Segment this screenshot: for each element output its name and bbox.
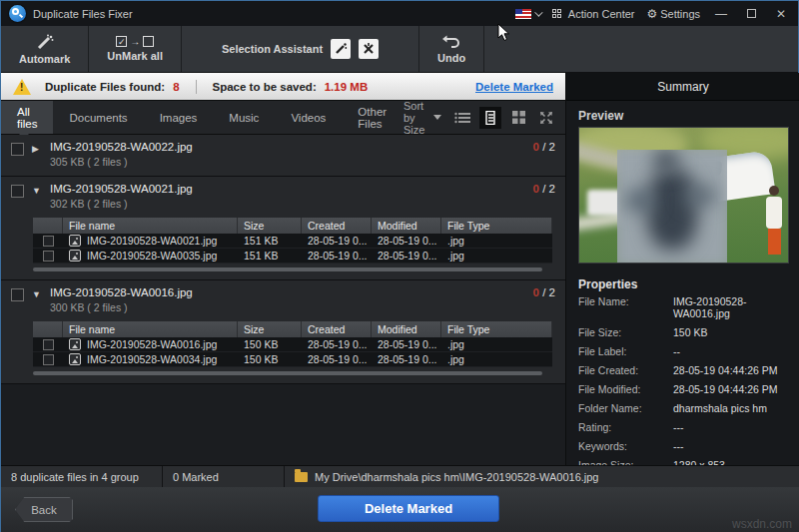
file-checkbox[interactable] — [43, 236, 54, 247]
app-logo-magnifier-icon — [9, 5, 26, 22]
wand-icon — [334, 42, 348, 56]
back-button[interactable]: Back — [15, 497, 73, 522]
maximize-button[interactable] — [742, 7, 760, 21]
list-view-button[interactable] — [451, 107, 473, 129]
group-filename: IMG-20190528-WA0016.jpg — [50, 286, 193, 298]
property-row: File Name:IMG-20190528-WA0016.jpg — [578, 295, 788, 319]
magic-wand-icon — [35, 34, 55, 50]
tab-other-files[interactable]: Other Files — [342, 101, 403, 134]
unmark-all-button[interactable]: ✓ → UnMark all — [89, 26, 182, 72]
dropdown-arrow-icon — [433, 115, 441, 120]
file-row[interactable]: IMG-20190528-WA0034.jpg 150 KB 28-05-19 … — [33, 352, 552, 367]
tab-music[interactable]: Music — [213, 101, 275, 134]
image-file-icon — [69, 353, 81, 365]
col-file-name: File name — [63, 218, 238, 234]
warning-icon: ! — [13, 79, 31, 95]
language-flag-selector[interactable] — [515, 9, 540, 19]
horizontal-scrollbar[interactable] — [33, 371, 542, 375]
sort-by-dropdown[interactable]: Sort by Size — [403, 101, 451, 134]
title-bar: Duplicate Files Fixer Action Center ⚙ Se… — [1, 1, 798, 26]
property-row: File Size:150 KB — [578, 326, 788, 338]
table-header-row: File name Size Created Modified File Typ… — [33, 321, 552, 337]
minimize-button[interactable]: — — [712, 7, 730, 21]
gear-icon: ⚙ — [646, 7, 657, 21]
properties-list: File Name:IMG-20190528-WA0016.jpg File S… — [566, 295, 799, 480]
window-title: Duplicate Files Fixer — [33, 8, 133, 20]
file-row[interactable]: IMG-20190528-WA0016.jpg 150 KB 28-05-19 … — [33, 337, 552, 352]
collapse-arrow-icon[interactable]: ▶ — [32, 144, 42, 154]
grid-view-icon — [512, 111, 525, 124]
file-checkbox[interactable] — [43, 251, 54, 262]
col-created: Created — [302, 321, 372, 337]
us-flag-icon — [515, 9, 531, 19]
group-checkbox[interactable] — [11, 143, 24, 156]
col-modified: Modified — [372, 218, 441, 234]
tab-all-files[interactable]: All files — [1, 101, 53, 134]
list-view-icon — [454, 112, 470, 124]
divider — [196, 80, 197, 94]
property-row: Rating:--- — [578, 421, 788, 433]
detail-view-button[interactable] — [479, 107, 501, 129]
property-row: File Modified:28-05-19 04:44:26 PM — [578, 383, 788, 395]
group-marked-count: 0 / 2 — [533, 183, 555, 195]
group-checkbox[interactable] — [11, 288, 24, 301]
group-row[interactable]: ▼ IMG-20190528-WA0016.jpg 300 KB ( 2 fil… — [1, 280, 565, 384]
tab-documents[interactable]: Documents — [53, 101, 143, 134]
tab-videos[interactable]: Videos — [275, 101, 342, 134]
summary-panel: Summary Preview Properties File Name:IMG… — [565, 73, 799, 465]
chevron-down-icon — [534, 8, 542, 16]
space-saved-label: Space to be saved: — [213, 81, 317, 93]
group-size-info: 302 KB ( 2 files ) — [50, 198, 193, 210]
group-row[interactable]: ▼ IMG-20190528-WA0021.jpg 302 KB ( 2 fil… — [1, 177, 565, 280]
duplicates-found-value: 8 — [173, 81, 179, 93]
grid-view-button[interactable] — [507, 107, 529, 129]
horizontal-scrollbar[interactable] — [33, 267, 542, 271]
group-filename: IMG-20190528-WA0022.jpg — [50, 141, 193, 153]
settings-button[interactable]: ⚙ Settings — [646, 7, 700, 21]
group-row[interactable]: ▶ IMG-20190528-WA0022.jpg 305 KB ( 2 fil… — [1, 135, 565, 177]
file-checkbox[interactable] — [43, 354, 54, 365]
image-file-icon — [69, 250, 81, 262]
grid-icon — [552, 9, 561, 18]
app-window: Duplicate Files Fixer Action Center ⚙ Se… — [0, 0, 799, 532]
preview-label: Preview — [566, 101, 799, 127]
preview-image — [578, 127, 789, 264]
mouse-cursor — [497, 23, 510, 42]
detail-view-icon — [485, 111, 495, 125]
file-row[interactable]: IMG-20190528-WA0021.jpg 151 KB 28-05-19 … — [33, 234, 552, 249]
file-row[interactable]: IMG-20190528-WA0035.jpg 151 KB 28-05-19 … — [33, 249, 552, 264]
col-size: Size — [238, 218, 302, 234]
space-saved-value: 1.19 MB — [325, 81, 368, 93]
group-checkbox[interactable] — [11, 185, 24, 198]
delete-marked-link[interactable]: Delete Marked — [475, 81, 553, 93]
image-file-icon — [69, 235, 81, 247]
automark-button[interactable]: Automark — [1, 26, 89, 72]
image-file-icon — [69, 338, 81, 350]
status-bar: 8 duplicate files in 4 group 0 Marked My… — [1, 465, 799, 487]
property-row: File Label:-- — [578, 345, 788, 357]
status-selected-path: My Drive\dharmshala pics hm\IMG-20190528… — [285, 466, 799, 487]
folder-icon — [295, 472, 308, 482]
group-marked-count: 0 / 2 — [533, 286, 555, 298]
summary-warning-bar: ! Duplicate Files found: 8 Space to be s… — [1, 73, 565, 101]
expand-arrow-icon[interactable]: ▼ — [32, 289, 42, 299]
col-created: Created — [302, 218, 372, 234]
fullscreen-button[interactable] — [535, 107, 557, 129]
delete-marked-button[interactable]: Delete Marked — [318, 495, 499, 522]
tab-images[interactable]: Images — [144, 101, 214, 134]
action-center-button[interactable]: Action Center — [552, 8, 635, 20]
file-checkbox[interactable] — [43, 339, 54, 350]
property-row: Keywords:--- — [578, 440, 788, 452]
status-duplicates-count: 8 duplicate files in 4 group — [1, 466, 163, 487]
footer-bar: Back Delete Marked wsxdn.com — [1, 487, 799, 532]
table-header-row: File name Size Created Modified File Typ… — [33, 218, 552, 234]
group-marked-count: 0 / 2 — [533, 141, 555, 153]
selection-assistant-wand-button[interactable] — [331, 39, 351, 59]
undo-button[interactable]: Undo — [419, 26, 484, 72]
close-button[interactable]: ✕ — [772, 7, 790, 21]
selection-assistant-tools-button[interactable] — [359, 39, 379, 59]
property-row: Folder Name:dharmshala pics hm — [578, 402, 788, 414]
duplicates-found-label: Duplicate Files found: — [45, 81, 165, 93]
col-file-type: File Type — [441, 321, 552, 337]
expand-arrow-icon[interactable]: ▼ — [32, 186, 42, 196]
